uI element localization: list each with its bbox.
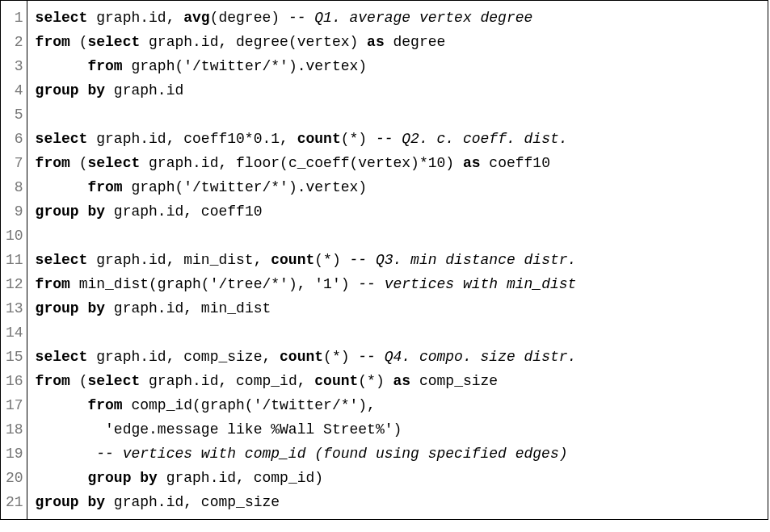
line-number: 13	[6, 296, 23, 320]
line-number: 4	[6, 78, 23, 103]
code-token: -- Q1. average vertex degree	[288, 10, 532, 26]
line-number: 10	[6, 224, 23, 248]
line-number: 15	[6, 345, 23, 369]
code-token: (	[70, 34, 88, 50]
code-line	[36, 224, 761, 248]
code-token: avg	[183, 10, 209, 26]
code-token	[36, 228, 44, 244]
code-token: select	[87, 34, 140, 50]
code-token: by	[140, 470, 158, 486]
code-token: comp_size	[410, 373, 498, 389]
code-token: select	[87, 373, 140, 389]
line-number: 20	[6, 466, 23, 490]
code-line: -- vertices with comp_id (found using sp…	[36, 442, 761, 466]
code-token: '/twitter/*'	[183, 58, 288, 74]
code-token: (degree)	[210, 10, 288, 26]
code-token: 'edge.message like %Wall Street%'	[105, 421, 393, 438]
code-line: select graph.id, min_dist, count(*) -- Q…	[36, 248, 761, 272]
line-number: 6	[6, 127, 23, 151]
code-token: -- Q4. compo. size distr.	[358, 349, 576, 365]
line-number: 1	[6, 6, 23, 30]
code-token	[36, 421, 105, 438]
code-token: -- vertices with min_dist	[358, 276, 576, 292]
code-token: by	[87, 82, 105, 98]
code-token: graph.id, coeff10	[105, 203, 262, 220]
code-token: graph.id, min_dist	[105, 300, 271, 316]
code-token: graph.id, coeff10*0.1,	[87, 131, 297, 147]
code-token: ).vertex)	[288, 179, 367, 195]
code-token: graph.id, comp_id)	[158, 470, 323, 486]
code-line: group by graph.id, min_dist	[36, 296, 761, 320]
code-line: group by graph.id, comp_id)	[36, 466, 761, 490]
code-token: -- Q3. min distance distr.	[350, 252, 577, 268]
line-number: 14	[6, 320, 23, 345]
code-token: select	[36, 10, 88, 26]
code-token: count	[271, 252, 314, 268]
code-token: as	[393, 373, 411, 389]
code-token: ),	[358, 397, 376, 413]
code-token: select	[36, 252, 88, 268]
code-token: graph.id,	[87, 10, 183, 26]
code-token	[79, 203, 88, 220]
code-token: (*)	[323, 349, 358, 365]
code-token: '/twitter/*'	[183, 179, 288, 195]
code-token: ),	[288, 276, 314, 292]
code-token	[131, 470, 140, 486]
code-token: by	[87, 300, 105, 316]
line-number: 8	[6, 175, 23, 199]
code-token: as	[463, 155, 481, 171]
code-token: from	[87, 58, 122, 74]
code-line: select graph.id, coeff10*0.1, count(*) -…	[36, 127, 761, 151]
code-token: graph.id, floor(c_coeff(vertex)*10)	[140, 155, 463, 171]
code-token: '/twitter/*'	[254, 397, 359, 413]
code-token: count	[297, 131, 341, 147]
code-token: count	[280, 349, 323, 365]
code-token: -- Q2. c. coeff. dist.	[376, 131, 568, 147]
code-token: ).vertex)	[288, 58, 367, 74]
code-token: )	[393, 421, 402, 438]
code-token	[79, 494, 88, 510]
line-number: 7	[6, 151, 23, 175]
code-token: from	[87, 179, 122, 195]
code-token	[36, 446, 97, 462]
code-token: graph.id, comp_size	[105, 494, 280, 510]
code-token: min_dist(graph(	[70, 276, 210, 292]
code-token: from	[36, 34, 70, 50]
line-number: 16	[6, 369, 23, 393]
code-token: )	[341, 276, 359, 292]
code-token	[79, 82, 88, 98]
code-token: graph(	[123, 58, 184, 74]
code-line: from min_dist(graph('/tree/*'), '1') -- …	[36, 272, 761, 296]
code-token: select	[36, 131, 88, 147]
line-number: 19	[6, 442, 23, 466]
line-number: 11	[6, 248, 23, 272]
code-token: graph.id, min_dist,	[87, 252, 271, 268]
code-token: graph.id, degree(vertex)	[140, 34, 367, 50]
code-token: (	[70, 155, 88, 171]
line-number: 9	[6, 199, 23, 224]
code-token: '1'	[314, 276, 340, 292]
line-number: 18	[6, 417, 23, 442]
code-token: graph.id, comp_id,	[140, 373, 314, 389]
code-line: from (select graph.id, floor(c_coeff(ver…	[36, 151, 761, 175]
code-line: select graph.id, avg(degree) -- Q1. aver…	[36, 6, 761, 30]
code-line: 'edge.message like %Wall Street%')	[36, 417, 761, 442]
code-token: by	[87, 203, 105, 220]
line-number-gutter: 123456789101112131415161718192021	[1, 1, 27, 519]
code-token: count	[314, 373, 358, 389]
code-token: graph.id	[105, 82, 183, 98]
code-area: select graph.id, avg(degree) -- Q1. aver…	[27, 1, 768, 519]
code-token: -- vertices with comp_id (found using sp…	[96, 446, 567, 462]
code-token: group	[36, 203, 79, 220]
code-line: select graph.id, comp_size, count(*) -- …	[36, 345, 761, 369]
code-token: select	[36, 349, 88, 365]
code-token: from	[87, 397, 122, 413]
code-token: select	[87, 155, 140, 171]
line-number: 21	[6, 490, 23, 514]
code-line	[36, 320, 761, 345]
code-token	[36, 107, 44, 123]
code-line: from comp_id(graph('/twitter/*'),	[36, 393, 761, 417]
code-token	[36, 325, 44, 341]
code-token: by	[87, 494, 105, 510]
code-token	[79, 300, 88, 316]
